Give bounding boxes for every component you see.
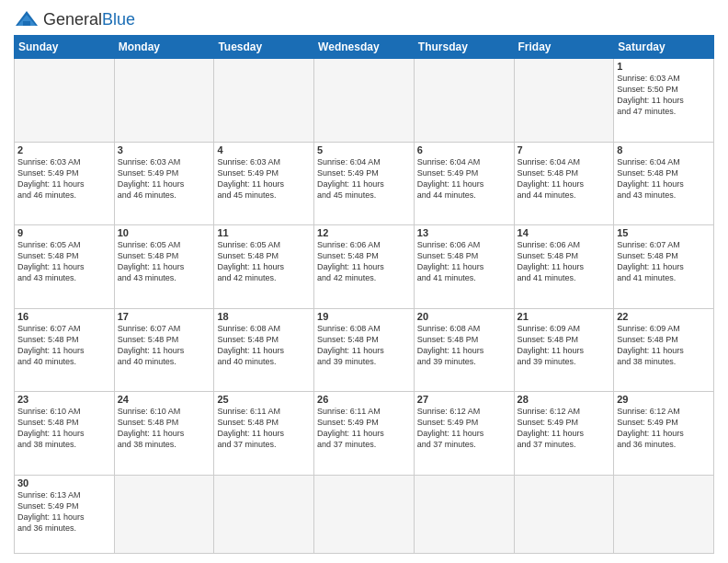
day-info: Sunrise: 6:07 AM Sunset: 5:48 PM Dayligh…	[118, 323, 211, 368]
week-row-4: 16Sunrise: 6:07 AM Sunset: 5:48 PM Dayli…	[15, 308, 714, 392]
day-number: 1	[617, 61, 711, 72]
day-info: Sunrise: 6:11 AM Sunset: 5:48 PM Dayligh…	[217, 406, 311, 451]
calendar-cell	[614, 475, 714, 554]
day-info: Sunrise: 6:06 AM Sunset: 5:48 PM Dayligh…	[417, 239, 511, 284]
day-number: 8	[617, 144, 711, 155]
page: GeneralBlue SundayMondayTuesdayWednesday…	[0, 0, 728, 563]
day-info: Sunrise: 6:08 AM Sunset: 5:48 PM Dayligh…	[417, 323, 511, 368]
day-number: 28	[518, 394, 611, 405]
calendar-cell: 6Sunrise: 6:04 AM Sunset: 5:49 PM Daylig…	[414, 142, 514, 225]
day-number: 27	[417, 394, 511, 405]
day-number: 21	[518, 311, 611, 322]
week-row-6: 30Sunrise: 6:13 AM Sunset: 5:49 PM Dayli…	[15, 475, 714, 554]
calendar-cell: 30Sunrise: 6:13 AM Sunset: 5:49 PM Dayli…	[15, 475, 115, 554]
weekday-header-saturday: Saturday	[614, 36, 714, 59]
day-info: Sunrise: 6:07 AM Sunset: 5:48 PM Dayligh…	[617, 239, 711, 284]
week-row-3: 9Sunrise: 6:05 AM Sunset: 5:48 PM Daylig…	[15, 225, 714, 309]
calendar-cell: 25Sunrise: 6:11 AM Sunset: 5:48 PM Dayli…	[214, 392, 314, 476]
calendar-cell: 24Sunrise: 6:10 AM Sunset: 5:48 PM Dayli…	[114, 392, 214, 476]
calendar-cell: 14Sunrise: 6:06 AM Sunset: 5:48 PM Dayli…	[514, 225, 614, 309]
calendar-cell: 23Sunrise: 6:10 AM Sunset: 5:48 PM Dayli…	[15, 392, 115, 476]
day-info: Sunrise: 6:12 AM Sunset: 5:49 PM Dayligh…	[417, 406, 511, 451]
calendar-cell: 3Sunrise: 6:03 AM Sunset: 5:49 PM Daylig…	[114, 142, 214, 225]
calendar-cell: 13Sunrise: 6:06 AM Sunset: 5:48 PM Dayli…	[414, 225, 514, 309]
day-number: 22	[617, 311, 711, 322]
day-info: Sunrise: 6:09 AM Sunset: 5:48 PM Dayligh…	[518, 323, 611, 368]
calendar-cell: 22Sunrise: 6:09 AM Sunset: 5:48 PM Dayli…	[614, 308, 714, 392]
calendar-cell	[414, 59, 514, 143]
day-info: Sunrise: 6:12 AM Sunset: 5:49 PM Dayligh…	[617, 406, 711, 451]
week-row-1: 1Sunrise: 6:03 AM Sunset: 5:50 PM Daylig…	[15, 59, 714, 143]
day-info: Sunrise: 6:08 AM Sunset: 5:48 PM Dayligh…	[217, 323, 311, 368]
calendar-cell	[314, 475, 415, 554]
logo-text: GeneralBlue	[43, 10, 135, 29]
weekday-header-tuesday: Tuesday	[214, 36, 314, 59]
calendar-cell: 17Sunrise: 6:07 AM Sunset: 5:48 PM Dayli…	[114, 308, 214, 392]
day-number: 9	[17, 227, 111, 238]
day-number: 14	[518, 227, 611, 238]
day-info: Sunrise: 6:06 AM Sunset: 5:48 PM Dayligh…	[518, 239, 611, 284]
calendar-cell: 19Sunrise: 6:08 AM Sunset: 5:48 PM Dayli…	[314, 308, 415, 392]
day-number: 29	[617, 394, 711, 405]
calendar-cell	[15, 59, 115, 143]
day-info: Sunrise: 6:04 AM Sunset: 5:48 PM Dayligh…	[518, 156, 611, 201]
day-info: Sunrise: 6:04 AM Sunset: 5:49 PM Dayligh…	[417, 156, 511, 201]
day-info: Sunrise: 6:03 AM Sunset: 5:49 PM Dayligh…	[17, 156, 111, 201]
calendar-cell: 20Sunrise: 6:08 AM Sunset: 5:48 PM Dayli…	[414, 308, 514, 392]
day-number: 16	[17, 311, 111, 322]
day-info: Sunrise: 6:10 AM Sunset: 5:48 PM Dayligh…	[17, 406, 111, 451]
weekday-header-wednesday: Wednesday	[314, 36, 415, 59]
day-number: 19	[317, 311, 411, 322]
day-number: 15	[617, 227, 711, 238]
day-number: 5	[317, 144, 411, 155]
calendar-cell	[314, 59, 415, 143]
day-number: 23	[17, 394, 111, 405]
day-info: Sunrise: 6:11 AM Sunset: 5:49 PM Dayligh…	[317, 406, 411, 451]
calendar-cell: 15Sunrise: 6:07 AM Sunset: 5:48 PM Dayli…	[614, 225, 714, 309]
day-number: 26	[317, 394, 411, 405]
svg-rect-2	[23, 21, 30, 26]
day-number: 11	[217, 227, 311, 238]
calendar-cell	[514, 59, 614, 143]
day-number: 2	[17, 144, 111, 155]
calendar-cell: 26Sunrise: 6:11 AM Sunset: 5:49 PM Dayli…	[314, 392, 415, 476]
day-info: Sunrise: 6:03 AM Sunset: 5:50 PM Dayligh…	[617, 73, 711, 118]
calendar-cell: 21Sunrise: 6:09 AM Sunset: 5:48 PM Dayli…	[514, 308, 614, 392]
day-number: 4	[217, 144, 311, 155]
calendar-cell: 5Sunrise: 6:04 AM Sunset: 5:49 PM Daylig…	[314, 142, 415, 225]
day-info: Sunrise: 6:07 AM Sunset: 5:48 PM Dayligh…	[17, 323, 111, 368]
week-row-2: 2Sunrise: 6:03 AM Sunset: 5:49 PM Daylig…	[15, 142, 714, 225]
calendar-cell: 29Sunrise: 6:12 AM Sunset: 5:49 PM Dayli…	[614, 392, 714, 476]
day-info: Sunrise: 6:03 AM Sunset: 5:49 PM Dayligh…	[217, 156, 311, 201]
day-number: 17	[118, 311, 211, 322]
day-info: Sunrise: 6:04 AM Sunset: 5:48 PM Dayligh…	[617, 156, 711, 201]
calendar-cell	[214, 475, 314, 554]
day-info: Sunrise: 6:09 AM Sunset: 5:48 PM Dayligh…	[617, 323, 711, 368]
calendar-cell	[214, 59, 314, 143]
calendar-cell: 4Sunrise: 6:03 AM Sunset: 5:49 PM Daylig…	[214, 142, 314, 225]
logo: GeneralBlue	[14, 9, 135, 29]
day-number: 3	[118, 144, 211, 155]
day-info: Sunrise: 6:13 AM Sunset: 5:49 PM Dayligh…	[17, 489, 111, 534]
calendar-cell: 1Sunrise: 6:03 AM Sunset: 5:50 PM Daylig…	[614, 59, 714, 143]
calendar-cell: 27Sunrise: 6:12 AM Sunset: 5:49 PM Dayli…	[414, 392, 514, 476]
calendar-table: SundayMondayTuesdayWednesdayThursdayFrid…	[14, 35, 714, 554]
day-info: Sunrise: 6:06 AM Sunset: 5:48 PM Dayligh…	[317, 239, 411, 284]
day-number: 25	[217, 394, 311, 405]
day-info: Sunrise: 6:08 AM Sunset: 5:48 PM Dayligh…	[317, 323, 411, 368]
calendar-cell: 16Sunrise: 6:07 AM Sunset: 5:48 PM Dayli…	[15, 308, 115, 392]
calendar-cell: 10Sunrise: 6:05 AM Sunset: 5:48 PM Dayli…	[114, 225, 214, 309]
calendar-cell: 18Sunrise: 6:08 AM Sunset: 5:48 PM Dayli…	[214, 308, 314, 392]
day-info: Sunrise: 6:05 AM Sunset: 5:48 PM Dayligh…	[118, 239, 211, 284]
day-info: Sunrise: 6:05 AM Sunset: 5:48 PM Dayligh…	[217, 239, 311, 284]
logo-icon	[14, 9, 40, 29]
day-info: Sunrise: 6:10 AM Sunset: 5:48 PM Dayligh…	[118, 406, 211, 451]
calendar-cell: 11Sunrise: 6:05 AM Sunset: 5:48 PM Dayli…	[214, 225, 314, 309]
day-info: Sunrise: 6:04 AM Sunset: 5:49 PM Dayligh…	[317, 156, 411, 201]
calendar-cell: 2Sunrise: 6:03 AM Sunset: 5:49 PM Daylig…	[15, 142, 115, 225]
day-number: 7	[518, 144, 611, 155]
weekday-header-monday: Monday	[114, 36, 214, 59]
day-info: Sunrise: 6:03 AM Sunset: 5:49 PM Dayligh…	[118, 156, 211, 201]
weekday-header-row: SundayMondayTuesdayWednesdayThursdayFrid…	[15, 36, 714, 59]
calendar-cell: 12Sunrise: 6:06 AM Sunset: 5:48 PM Dayli…	[314, 225, 415, 309]
